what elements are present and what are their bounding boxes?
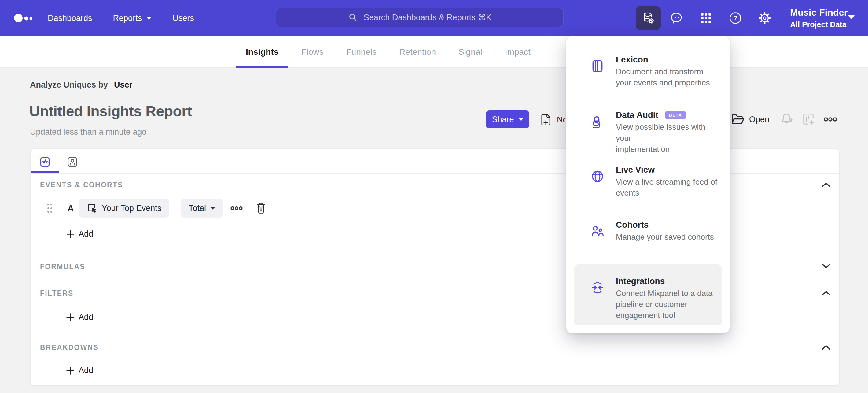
menu-item-text: Cohorts Manage your saved cohorts [616,220,714,243]
report-updated-text: Updated less than a minute ago [30,127,146,137]
menu-item-text: Integrations Connect Mixpanel to a data … [616,276,713,321]
tab-label: Impact [505,47,531,57]
project-scope: All Project Data [790,20,848,29]
project-caret-icon[interactable] [848,15,855,19]
event-row-letter: A [66,203,75,213]
globe-icon [591,169,604,184]
menu-item-text: Lexicon Document and transform your even… [616,55,710,88]
open-report-button[interactable]: Open [731,113,769,126]
add-event-button[interactable]: Add [66,229,93,239]
add-breakdown-button[interactable]: Add [66,366,93,375]
create-alert-button[interactable] [779,112,794,127]
tab-flows[interactable]: Flows [291,36,333,68]
nav-links: Dashboards Reports Users [48,0,194,36]
tab-label: Signal [459,47,482,57]
project-selector[interactable]: Music Finder All Project Data [790,0,848,36]
section-label-breakdowns: BREAKDOWNS [40,343,99,352]
tab-label: Insights [246,47,278,57]
cohorts-icon [591,224,604,239]
bell-plus-icon [779,112,794,126]
add-label: Add [79,229,93,239]
menu-item-description: Document and transform your events and p… [616,66,710,88]
plus-icon [66,230,74,238]
expand-formulas-button[interactable] [822,263,831,270]
share-button[interactable]: Share [486,111,529,128]
data-management-menu: Lexicon Document and transform your even… [566,36,730,333]
help-button[interactable]: ? [726,0,745,36]
menu-item-text: Data Audit BETA View possible issues wit… [616,110,721,155]
nav-item-dashboards[interactable]: Dashboards [48,13,92,23]
menu-item-title: Lexicon [616,55,648,65]
event-row-more-button[interactable] [230,205,243,212]
tab-insights[interactable]: Insights [236,36,288,68]
menu-item-title: Live View [616,165,655,175]
speech-bubble-icon [670,11,684,25]
add-label: Add [79,312,93,322]
mixpanel-logo-icon[interactable] [13,0,36,36]
ellipsis-icon [824,116,837,122]
report-tabs-band: Insights Flows Funnels Retention Signal … [0,36,868,68]
open-report-label: Open [749,115,769,124]
drag-handle[interactable] [46,203,53,215]
nav-item-label: Users [173,13,194,23]
gear-icon [758,11,771,25]
tab-label: Funnels [346,47,376,57]
cursor-click-icon [87,203,97,214]
plus-icon [66,367,74,375]
nav-item-label: Dashboards [48,13,92,23]
caret-down-icon [519,118,524,121]
menu-item-description: Manage your saved cohorts [616,231,714,243]
tab-label: Flows [301,47,323,57]
collapse-filters-button[interactable] [822,290,831,297]
collapse-events-button[interactable] [822,182,831,189]
menu-item-description: Connect Mixpanel to a data pipeline or c… [616,288,713,321]
data-management-button[interactable] [636,6,661,30]
report-title[interactable]: Untitled Insights Report [29,103,192,120]
tab-profiles-view[interactable] [67,157,78,167]
person-square-icon [67,157,78,167]
search-icon [348,12,358,23]
menu-item-cohorts[interactable]: Cohorts Manage your saved cohorts [591,220,721,243]
tab-label: Retention [399,47,436,57]
tab-impact[interactable]: Impact [495,36,540,68]
tab-signal[interactable]: Signal [449,36,492,68]
apps-grid-button[interactable] [697,0,715,36]
add-filter-button[interactable]: Add [66,312,93,322]
metric-select-button[interactable]: Total [181,199,223,218]
nav-item-users[interactable]: Users [173,13,194,23]
event-select-button[interactable]: Your Top Events [79,199,169,218]
menu-item-live-view[interactable]: Live View View a live streaming feed of … [591,165,721,198]
settings-button[interactable] [755,0,774,36]
menu-item-description: View possible issues with your implement… [616,121,721,155]
collapse-breakdowns-button[interactable] [822,345,831,351]
data-audit-icon [591,114,604,130]
chevron-down-icon [822,263,831,269]
folder-icon [731,113,745,126]
question-circle-icon: ? [728,11,742,25]
svg-text:?: ? [734,15,738,22]
menu-item-lexicon[interactable]: Lexicon Document and transform your even… [591,55,721,88]
nav-item-label: Reports [113,13,142,23]
tab-funnels[interactable]: Funnels [336,36,386,68]
tab-retention[interactable]: Retention [390,36,445,68]
chart-plus-icon [801,112,815,126]
chevron-up-icon [822,182,831,187]
menu-item-data-audit[interactable]: Data Audit BETA View possible issues wit… [591,110,721,155]
apps-grid-icon [700,12,712,24]
nav-item-reports[interactable]: Reports [113,13,152,23]
tab-events-view[interactable] [39,157,51,167]
report-tabs: Insights Flows Funnels Retention Signal … [236,36,540,68]
add-label: Add [79,366,93,375]
share-label: Share [492,115,514,124]
chevron-up-icon [822,290,831,296]
feedback-button[interactable] [668,0,686,36]
menu-item-title: Cohorts [616,220,649,230]
analyze-value-dropdown[interactable]: User [114,80,132,90]
delete-event-button[interactable] [255,202,267,216]
menu-item-integrations[interactable]: Integrations Connect Mixpanel to a data … [574,264,722,325]
analyze-prefix: Analyze Uniques by [30,80,108,90]
add-to-board-button[interactable] [801,112,815,127]
search-input[interactable]: Search Dashboards & Reports ⌘K [276,8,564,27]
project-name: Music Finder [790,7,848,18]
more-options-button[interactable] [824,116,837,124]
